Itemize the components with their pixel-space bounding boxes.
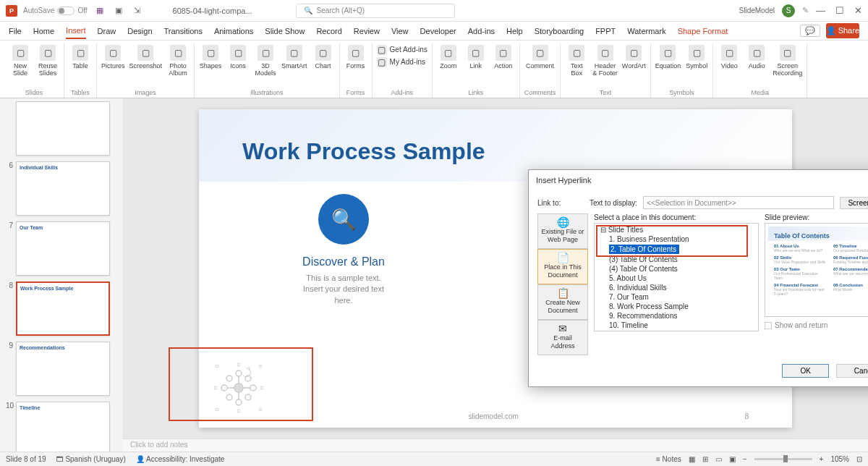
tab-insert[interactable]: Insert [66, 23, 86, 39]
slide-thumbnails-panel[interactable]: 6Individual Skills7Our Team8Work Process… [0, 98, 123, 452]
autosave-toggle[interactable]: AutoSave Off [23, 7, 88, 15]
ribbon-text-box[interactable]: ▢TextBox [565, 43, 588, 88]
tree-item[interactable]: 5. About Us [596, 274, 757, 283]
comments-icon[interactable]: 💬 [800, 25, 820, 37]
ribbon-my-add-ins[interactable]: ▢My Add-ins [377, 56, 425, 67]
tab-shape-format[interactable]: Shape Format [678, 24, 728, 38]
sorter-view-icon[interactable]: ⊞ [702, 455, 708, 463]
thumbnail-row[interactable]: 10Timeline [6, 402, 117, 452]
thumbnail-row[interactable]: 6Individual Skills [6, 161, 117, 216]
ribbon-equation[interactable]: ▢Equation [655, 43, 681, 88]
tab-transitions[interactable]: Transitions [164, 24, 203, 38]
ribbon-pictures[interactable]: ▢Pictures [101, 43, 125, 88]
accessibility-indicator[interactable]: 👤 Accessibility: Investigate [136, 455, 225, 463]
account-avatar[interactable]: S [782, 4, 795, 17]
document-tree[interactable]: ⊟ Slide Titles 1. Business Presentation2… [594, 223, 759, 331]
ribbon-shapes[interactable]: ▢Shapes [199, 43, 222, 88]
export-icon[interactable]: ⇲ [134, 6, 144, 16]
ribbon-zoom[interactable]: ▢Zoom [437, 43, 460, 88]
share-button[interactable]: 👤 Share [826, 23, 859, 38]
tab-help[interactable]: Help [506, 24, 523, 38]
notes-pane[interactable]: Click to add notes [123, 439, 868, 452]
zoom-level[interactable]: 105% [830, 455, 849, 463]
minimize-icon[interactable]: — [816, 5, 825, 16]
tab-record[interactable]: Record [316, 24, 341, 38]
zoom-in-icon[interactable]: + [820, 455, 824, 463]
tab-view[interactable]: View [391, 24, 409, 38]
maximize-icon[interactable]: ☐ [835, 5, 844, 16]
slide-thumbnail[interactable]: Timeline [16, 402, 110, 452]
ribbon-get-add-ins[interactable]: ▢Get Add-ins [377, 43, 427, 55]
ribbon-reuse-slides[interactable]: ▢ReuseSlides [36, 43, 59, 88]
save-icon[interactable]: ▦ [96, 6, 106, 16]
tab-draw[interactable]: Draw [98, 24, 116, 38]
ribbon-video[interactable]: ▢Video [718, 43, 741, 88]
ribbon-comment[interactable]: ▢Comment [526, 43, 554, 88]
tab-review[interactable]: Review [354, 24, 380, 38]
tab-design[interactable]: Design [127, 24, 152, 38]
ribbon-screenshot[interactable]: ▢Screenshot [129, 43, 163, 88]
ribbon-forms[interactable]: ▢Forms [344, 43, 367, 88]
tab-add-ins[interactable]: Add-ins [468, 24, 495, 38]
ribbon-icons[interactable]: ▢Icons [226, 43, 250, 88]
slideshow-view-icon[interactable]: ▣ [729, 455, 736, 463]
thumbnail-row[interactable]: 8Work Process Sample [6, 281, 117, 336]
ribbon-table[interactable]: ▢Table [69, 43, 92, 88]
language-indicator[interactable]: 🗔 Spanish (Uruguay) [56, 455, 126, 463]
ribbon-new-slide[interactable]: ▢NewSlide [9, 43, 32, 88]
tab-fppt[interactable]: FPPT [595, 24, 616, 38]
slide-thumbnail[interactable]: Individual Skills [16, 161, 110, 216]
slide-thumbnail[interactable]: Work Process Sample [16, 281, 110, 336]
thumbnail-row[interactable]: 7Our Team [6, 221, 117, 276]
reading-view-icon[interactable]: ▭ [715, 455, 722, 463]
ribbon-header-&-footer[interactable]: ▢Header& Footer [592, 43, 618, 88]
account-name[interactable]: SlideModel [739, 7, 775, 14]
linkto-tab-create-new[interactable]: 📋Create NewDocument [537, 284, 588, 320]
tree-item[interactable]: 1. Business Presentation [596, 234, 757, 244]
pen-icon[interactable]: ✎ [802, 6, 809, 15]
tab-storyboarding[interactable]: Storyboarding [535, 24, 584, 38]
ribbon-link[interactable]: ▢Link [464, 43, 488, 88]
tab-slide-show[interactable]: Slide Show [265, 24, 305, 38]
tab-animations[interactable]: Animations [214, 24, 253, 38]
ribbon-smartart[interactable]: ▢SmartArt [281, 43, 307, 88]
tab-file[interactable]: File [9, 24, 22, 38]
tree-item[interactable]: 8. Work Process Sample [596, 302, 757, 311]
fit-icon[interactable]: ⊡ [856, 455, 862, 463]
search-input[interactable]: 🔍 Search (Alt+Q) [296, 4, 455, 18]
slide-counter[interactable]: Slide 8 of 19 [6, 455, 46, 463]
tree-item[interactable]: 9. Recommendations [596, 311, 757, 321]
tab-home[interactable]: Home [33, 24, 54, 38]
zoom-slider[interactable] [754, 458, 812, 460]
linkto-tab-place-in-this[interactable]: 📄Place in ThisDocument [537, 249, 588, 284]
document-title[interactable]: 6085-04-light-compa... [173, 7, 252, 15]
ribbon-wordart[interactable]: ▢WordArt [622, 43, 646, 88]
tree-item[interactable]: (3) Table Of Contents [596, 255, 757, 264]
zoom-out-icon[interactable]: − [743, 455, 747, 463]
present-icon[interactable]: ▣ [115, 6, 125, 16]
close-icon[interactable]: ✕ [854, 5, 862, 16]
dialog-titlebar[interactable]: Insert Hyperlink ? ✕ [529, 170, 868, 190]
slide-thumbnail[interactable] [16, 101, 110, 156]
ribbon-action[interactable]: ▢Action [492, 43, 515, 88]
tree-item[interactable]: 10. Timeline [596, 321, 757, 330]
ok-button[interactable]: OK [782, 364, 828, 378]
tree-root[interactable]: ⊟ Slide Titles [596, 225, 757, 234]
notes-toggle[interactable]: ≡ Notes [656, 455, 681, 463]
ribbon-symbol[interactable]: ▢Symbol [685, 43, 708, 88]
ribbon-audio[interactable]: ▢Audio [745, 43, 768, 88]
tree-item[interactable]: (4) Table Of Contents [596, 264, 757, 274]
tree-item[interactable]: 7. Our Team [596, 292, 757, 302]
ribbon-photo-album[interactable]: ▢PhotoAlbum [166, 43, 190, 88]
screentip-button[interactable]: ScreenTip... [840, 197, 868, 209]
tab-watermark[interactable]: Watermark [627, 24, 665, 38]
toggle-off-icon[interactable] [57, 7, 75, 15]
tree-item[interactable]: 6. Individual Skills [596, 283, 757, 292]
tree-item[interactable]: 2. Table Of Contents [596, 244, 757, 255]
discover-text[interactable]: This is a sample text. Insert your desir… [264, 273, 423, 306]
slide-thumbnail[interactable]: Recommendations [16, 342, 110, 396]
ribbon-screen-recording[interactable]: ▢ScreenRecording [773, 43, 802, 88]
thumbnail-row[interactable] [6, 101, 117, 156]
cancel-button[interactable]: Cancel [836, 364, 868, 378]
ribbon-3d-models[interactable]: ▢3DModels [254, 43, 277, 88]
